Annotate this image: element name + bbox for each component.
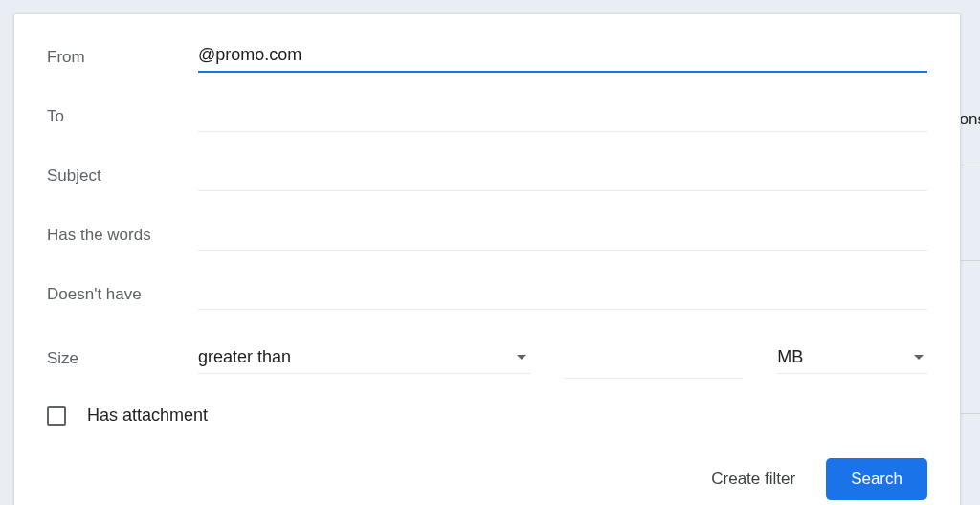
size-row: Size greater than MB: [47, 339, 927, 379]
has-words-label: Has the words: [47, 226, 198, 245]
chevron-down-icon: [517, 355, 526, 360]
background-partial-text: ons: [960, 110, 980, 129]
background-divider: [961, 165, 980, 165]
doesnt-have-label: Doesn't have: [47, 285, 198, 304]
has-attachment-row: Has attachment: [47, 406, 927, 426]
search-button[interactable]: Search: [826, 458, 927, 500]
size-label: Size: [47, 349, 198, 368]
from-label: From: [47, 48, 198, 67]
doesnt-have-input[interactable]: [198, 279, 927, 310]
from-row: From: [47, 41, 927, 73]
size-amount-input-wrap: [565, 339, 743, 379]
to-input[interactable]: [198, 101, 927, 132]
subject-label: Subject: [47, 166, 198, 186]
actions-row: Create filter Search: [47, 458, 927, 500]
size-comparator-value: greater than: [198, 347, 517, 367]
size-amount-input[interactable]: [565, 342, 743, 372]
from-input-wrap: [198, 41, 927, 73]
doesnt-have-row: Doesn't have: [47, 279, 927, 310]
background-divider: [961, 260, 980, 261]
has-attachment-label: Has attachment: [87, 406, 208, 426]
background-divider: [961, 413, 980, 414]
size-unit-value: MB: [777, 347, 914, 367]
has-words-input[interactable]: [198, 220, 927, 251]
has-attachment-checkbox[interactable]: [47, 406, 66, 426]
to-label: To: [47, 107, 198, 126]
has-words-row: Has the words: [47, 220, 927, 251]
from-input[interactable]: [198, 41, 927, 73]
create-filter-button[interactable]: Create filter: [711, 470, 795, 489]
search-filter-panel: From To Subject Has the words Doesn't ha…: [13, 13, 961, 505]
subject-input[interactable]: [198, 161, 927, 191]
chevron-down-icon: [914, 355, 924, 360]
subject-row: Subject: [47, 161, 927, 191]
size-unit-select[interactable]: MB: [777, 343, 927, 374]
size-comparator-select[interactable]: greater than: [198, 343, 530, 374]
to-row: To: [47, 101, 927, 132]
